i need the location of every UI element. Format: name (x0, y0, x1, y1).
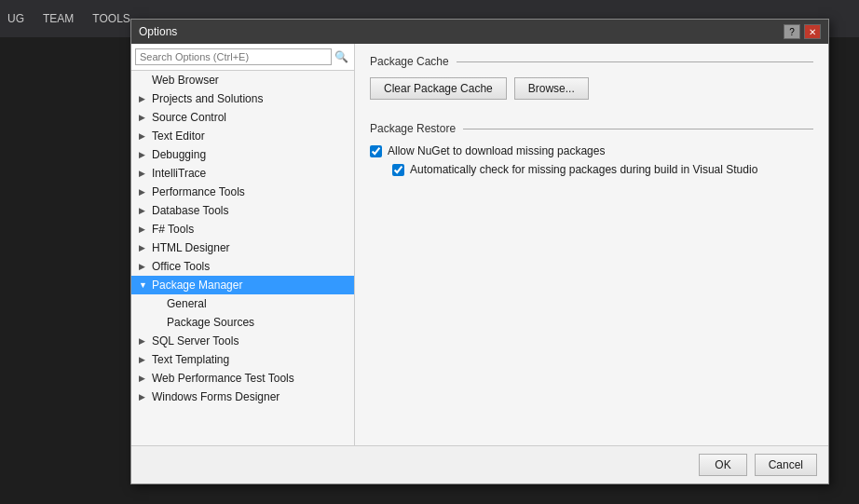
tree-label-intellitrace: IntelliTrace (152, 167, 206, 180)
section-divider (457, 61, 813, 62)
browse-button[interactable]: Browse... (514, 77, 589, 100)
tree-item-database-tools[interactable]: ▶ Database Tools (131, 201, 354, 220)
package-restore-section: Package Restore Allow NuGet to download … (370, 122, 813, 182)
expand-arrow: ▶ (139, 262, 150, 271)
tree-list: Web Browser ▶ Projects and Solutions ▶ S… (131, 71, 354, 445)
expand-arrow: ▶ (139, 113, 150, 122)
options-dialog: Options ? ✕ 🔍 Web Browser ▶ Projects (130, 19, 829, 484)
titlebar-buttons: ? ✕ (784, 24, 821, 39)
search-box: 🔍 (131, 44, 354, 71)
tree-label-web-perf: Web Performance Test Tools (152, 372, 294, 385)
tree-label-html-designer: HTML Designer (152, 241, 230, 254)
auto-check-row: Automatically check for missing packages… (370, 163, 813, 176)
tree-item-f-sharp[interactable]: ▶ F# Tools (131, 220, 354, 238)
package-restore-title: Package Restore (370, 122, 463, 135)
expand-arrow: ▶ (139, 131, 150, 141)
expand-arrow: ▶ (139, 187, 150, 197)
taskbar-team[interactable]: TEAM (43, 12, 74, 25)
package-cache-title: Package Cache (370, 55, 457, 68)
clear-cache-button[interactable]: Clear Package Cache (370, 77, 507, 100)
ok-button[interactable]: OK (699, 454, 746, 476)
tree-label-projects-solutions: Projects and Solutions (152, 92, 263, 105)
tree-label-text-templating: Text Templating (152, 353, 229, 366)
allow-nuget-label: Allow NuGet to download missing packages (388, 144, 605, 157)
tree-label-debugging: Debugging (152, 148, 206, 161)
tree-label-performance-tools: Performance Tools (152, 185, 245, 198)
tree-item-web-perf[interactable]: ▶ Web Performance Test Tools (131, 369, 354, 388)
expand-arrow: ▶ (139, 150, 150, 159)
taskbar-debug[interactable]: UG (7, 12, 24, 25)
tree-item-web-browser[interactable]: Web Browser (131, 71, 354, 89)
tree-item-html-designer[interactable]: ▶ HTML Designer (131, 238, 354, 257)
expand-arrow: ▶ (139, 225, 150, 234)
tree-label-text-editor: Text Editor (152, 129, 205, 143)
expand-arrow: ▶ (139, 392, 150, 402)
tree-item-projects-solutions[interactable]: ▶ Projects and Solutions (131, 89, 354, 108)
help-button[interactable]: ? (784, 24, 800, 39)
tree-label-office-tools: Office Tools (152, 260, 210, 273)
tree-label-source-control: Source Control (152, 111, 226, 124)
tree-item-package-sources[interactable]: Package Sources (131, 313, 354, 332)
tree-item-office-tools[interactable]: ▶ Office Tools (131, 257, 354, 276)
tree-label-windows-forms: Windows Forms Designer (152, 390, 280, 403)
cache-button-row: Clear Package Cache Browse... (370, 77, 813, 100)
tree-item-general[interactable]: General (131, 294, 354, 313)
dialog-titlebar: Options ? ✕ (131, 20, 828, 44)
expand-arrow: ▶ (139, 336, 150, 346)
tree-label-sql-server: SQL Server Tools (152, 334, 239, 347)
close-button[interactable]: ✕ (804, 24, 821, 39)
tree-item-source-control[interactable]: ▶ Source Control (131, 108, 354, 127)
tree-item-debugging[interactable]: ▶ Debugging (131, 145, 354, 164)
cancel-button[interactable]: Cancel (755, 454, 817, 476)
dialog-title: Options (139, 25, 177, 38)
taskbar-tools[interactable]: TOOLS (92, 12, 130, 25)
tree-label-f-sharp: F# Tools (152, 223, 194, 236)
tree-label-database-tools: Database Tools (152, 204, 229, 217)
auto-check-label: Automatically check for missing packages… (410, 163, 757, 176)
tree-label-package-manager: Package Manager (152, 279, 242, 292)
dialog-body: 🔍 Web Browser ▶ Projects and Solutions ▶… (131, 44, 828, 445)
expand-arrow: ▶ (139, 94, 150, 103)
dialog-footer: OK Cancel (131, 445, 828, 484)
allow-nuget-checkbox[interactable] (370, 145, 382, 157)
allow-nuget-row: Allow NuGet to download missing packages (370, 144, 813, 157)
package-restore-header: Package Restore (370, 122, 813, 135)
expand-arrow: ▶ (139, 169, 150, 178)
section-divider-restore (463, 129, 813, 129)
tree-label-web-browser: Web Browser (152, 74, 219, 87)
auto-check-checkbox[interactable] (392, 164, 404, 176)
right-panel: Package Cache Clear Package Cache Browse… (355, 44, 828, 445)
tree-label-general: General (167, 297, 207, 310)
tree-item-text-editor[interactable]: ▶ Text Editor (131, 127, 354, 145)
tree-label-package-sources: Package Sources (167, 316, 254, 329)
tree-item-package-manager[interactable]: ▼ Package Manager (131, 276, 354, 294)
expand-arrow: ▶ (139, 374, 150, 383)
tree-item-windows-forms[interactable]: ▶ Windows Forms Designer (131, 388, 354, 406)
search-icon[interactable]: 🔍 (332, 48, 350, 66)
tree-item-text-templating[interactable]: ▶ Text Templating (131, 350, 354, 369)
expand-arrow: ▼ (139, 280, 150, 290)
tree-item-intellitrace[interactable]: ▶ IntelliTrace (131, 164, 354, 183)
expand-arrow: ▶ (139, 243, 150, 252)
left-panel: 🔍 Web Browser ▶ Projects and Solutions ▶… (131, 44, 355, 445)
expand-arrow: ▶ (139, 355, 150, 364)
tree-item-sql-server[interactable]: ▶ SQL Server Tools (131, 332, 354, 350)
tree-item-performance-tools[interactable]: ▶ Performance Tools (131, 183, 354, 201)
expand-arrow: ▶ (139, 206, 150, 215)
package-cache-header: Package Cache (370, 55, 813, 68)
search-input[interactable] (135, 48, 332, 65)
